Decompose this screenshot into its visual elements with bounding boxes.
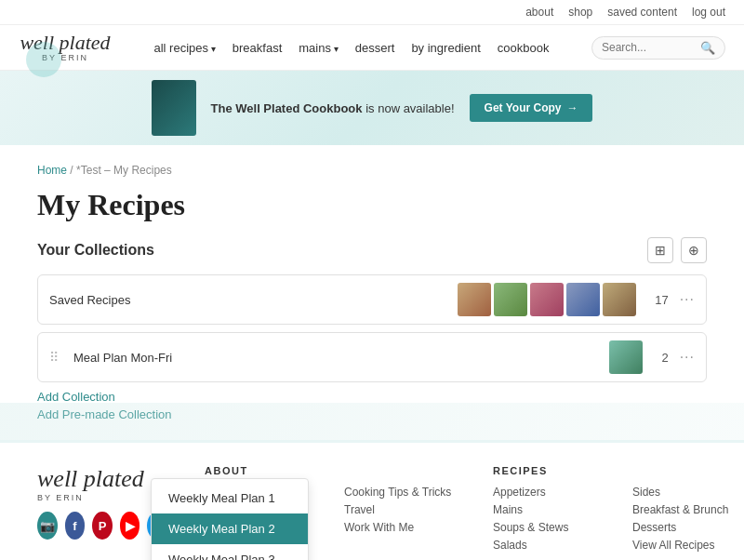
add-collection-link[interactable]: Add Collection <box>37 390 707 404</box>
search-box[interactable]: 🔍 <box>591 36 725 60</box>
collection-menu-saved[interactable]: ··· <box>680 291 695 308</box>
footer-recipes-title: RECIPES <box>493 465 604 476</box>
collection-name-saved: Saved Recipes <box>49 293 446 307</box>
add-collection-icon-button[interactable]: ⊕ <box>681 237 707 263</box>
main-content: Home / *Test – My Recipes My Recipes You… <box>0 145 744 440</box>
collection-img-5 <box>603 283 636 316</box>
breadcrumb: Home / *Test – My Recipes <box>37 164 707 177</box>
logo-circle <box>26 42 61 77</box>
collections-actions: ⊞ ⊕ <box>647 237 707 263</box>
nav-dessert[interactable]: dessert <box>355 41 395 55</box>
footer-desserts[interactable]: Desserts <box>632 521 744 534</box>
banner: The Well Plated Cookbook is now availabl… <box>0 71 744 145</box>
book-cover <box>152 80 196 136</box>
collection-img-4 <box>566 283 600 316</box>
breadcrumb-current: *Test – My Recipes <box>76 164 172 177</box>
drag-handle-icon[interactable]: ⠿ <box>49 350 59 365</box>
add-links: Add Collection Add Pre-made Collection <box>37 390 707 421</box>
banner-book-image <box>152 80 196 136</box>
footer-view-all[interactable]: View All Recipes <box>632 539 744 552</box>
dropdown-item-1[interactable]: Weekly Meal Plan 2 <box>152 513 308 544</box>
footer-recipes-col: RECIPES Appetizers Mains Soups & Stews S… <box>493 465 604 556</box>
footer-cooking-tips[interactable]: Cooking Tips & Tricks <box>344 486 456 499</box>
breadcrumb-home[interactable]: Home <box>37 164 67 177</box>
topbar-about[interactable]: about <box>525 6 553 19</box>
footer-work-with-me[interactable]: Work With Me <box>344 521 456 534</box>
collection-img-1 <box>458 283 491 316</box>
grid-view-button[interactable]: ⊞ <box>647 237 673 263</box>
nav-mains[interactable]: mains <box>299 41 338 55</box>
topbar-saved[interactable]: saved content <box>607 6 677 19</box>
footer-mains[interactable]: Mains <box>493 503 604 516</box>
footer-cols-recipes: RECIPES Appetizers Mains Soups & Stews S… <box>493 465 744 556</box>
footer: well plated BY ERIN 📷 f P ▶ 🐦 ABOUT Abou… <box>0 440 744 560</box>
footer-soups-stews[interactable]: Soups & Stews <box>493 521 604 534</box>
nav-cookbook[interactable]: cookbook <box>498 41 550 55</box>
collection-img-3 <box>530 283 564 316</box>
banner-cta-button[interactable]: Get Your Copy <box>470 94 593 122</box>
dropdown-menu: Weekly Meal Plan 1 Weekly Meal Plan 2 We… <box>151 478 309 560</box>
main-nav: all recipes breakfast mains dessert by i… <box>130 41 573 55</box>
page-title: My Recipes <box>37 188 707 222</box>
footer-appetizers[interactable]: Appetizers <box>493 486 604 499</box>
footer-social-icons: 📷 f P ▶ 🐦 <box>37 512 167 540</box>
topbar-logout[interactable]: log out <box>692 6 725 19</box>
logo[interactable]: well plated BY ERIN <box>19 33 112 62</box>
footer-about-title2 <box>344 465 456 476</box>
youtube-icon[interactable]: ▶ <box>120 512 140 540</box>
instagram-icon[interactable]: 📷 <box>37 512 58 540</box>
pinterest-icon[interactable]: P <box>92 512 113 540</box>
collection-img-6 <box>609 340 643 374</box>
nav-all-recipes[interactable]: all recipes <box>153 41 215 55</box>
collection-img-2 <box>494 283 527 316</box>
topbar-shop[interactable]: shop <box>568 6 592 19</box>
facebook-icon[interactable]: f <box>65 512 86 540</box>
add-premade-collection-link[interactable]: Add Pre-made Collection <box>37 407 707 421</box>
collections-title: Your Collections <box>37 242 154 259</box>
dropdown-item-2[interactable]: Weekly Meal Plan 3 <box>152 544 308 560</box>
footer-logo-sub: BY ERIN <box>37 493 167 502</box>
collection-count-mealplan: 2 <box>661 351 668 365</box>
collection-name-mealplan: Meal Plan Mon-Fri <box>73 351 598 365</box>
footer-about-title: ABOUT <box>205 465 316 476</box>
banner-book-title: The Well Plated Cookbook <box>211 101 363 115</box>
search-icon: 🔍 <box>700 41 715 55</box>
collection-count-saved: 17 <box>655 293 668 307</box>
footer-sides[interactable]: Sides <box>632 486 744 499</box>
footer-recipes-title2 <box>632 465 744 476</box>
collection-row-mealplan: ⠿ Meal Plan Mon-Fri 2 ··· <box>37 332 707 382</box>
footer-about-col2: Cooking Tips & Tricks Travel Work With M… <box>344 465 456 556</box>
footer-salads[interactable]: Salads <box>493 539 604 552</box>
header: well plated BY ERIN all recipes breakfas… <box>0 25 744 71</box>
footer-recipes-col2: Sides Breakfast & Brunch Desserts View A… <box>632 465 744 556</box>
banner-subtitle: is now available! <box>365 101 454 115</box>
collection-images-mealplan <box>609 340 643 374</box>
collection-images-saved <box>458 283 636 316</box>
dropdown-item-0[interactable]: Weekly Meal Plan 1 <box>152 483 308 513</box>
collection-menu-mealplan[interactable]: ··· <box>680 349 695 366</box>
collection-row-saved: Saved Recipes 17 ··· <box>37 274 707 325</box>
banner-text: The Well Plated Cookbook is now availabl… <box>211 101 455 115</box>
footer-logo: well plated BY ERIN 📷 f P ▶ 🐦 <box>37 465 167 540</box>
footer-travel[interactable]: Travel <box>344 503 456 516</box>
search-input[interactable] <box>602 41 695 54</box>
footer-breakfast-brunch[interactable]: Breakfast & Brunch <box>632 503 744 516</box>
top-bar: about shop saved content log out <box>0 0 744 25</box>
collections-header: Your Collections ⊞ ⊕ <box>37 237 707 263</box>
nav-by-ingredient[interactable]: by ingredient <box>411 41 480 55</box>
nav-breakfast[interactable]: breakfast <box>232 41 282 55</box>
footer-logo-text: well plated <box>37 465 167 493</box>
